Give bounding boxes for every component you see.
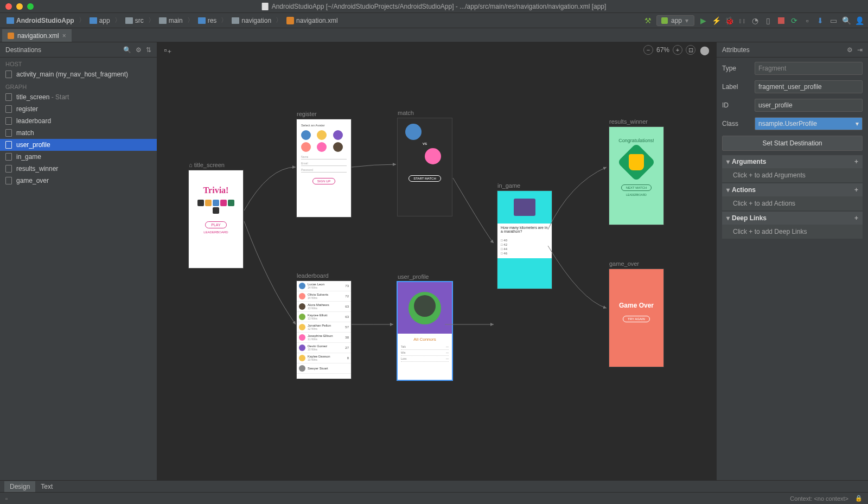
actions-header[interactable]: ▾Actions +	[722, 183, 863, 196]
collapse-icon[interactable]: ⇥	[857, 46, 863, 54]
destination-item-title_screen[interactable]: title_screen - Start	[0, 91, 157, 103]
signup-button: SIGN UP	[312, 178, 336, 184]
node-user-profile[interactable]: user_profile Ali Connors Talk— Win— Loss…	[398, 273, 452, 380]
sync-icon[interactable]: ⟳	[790, 16, 799, 25]
host-item[interactable]: activity_main (my_nav_host_fragment)	[0, 68, 157, 80]
add-action-icon[interactable]: +	[854, 186, 858, 194]
answer-option: □ 44	[501, 247, 548, 251]
search-icon[interactable]: 🔍	[123, 46, 131, 54]
stop-icon[interactable]	[777, 16, 786, 25]
lock-icon[interactable]: 🔒	[855, 495, 863, 502]
breadcrumb-res[interactable]: res	[196, 16, 219, 25]
apply-changes-icon[interactable]: ⚡	[712, 16, 720, 25]
label-input[interactable]	[755, 80, 863, 93]
profile-avatar-icon	[409, 292, 441, 324]
avatar-icon	[299, 344, 305, 351]
destination-icon	[5, 117, 12, 125]
gear-icon[interactable]: ⚙	[847, 46, 853, 54]
breadcrumb-src[interactable]: src	[123, 16, 146, 25]
deeplinks-header[interactable]: ▾Deep Links +	[722, 212, 863, 225]
node-game-over[interactable]: game_over Game Over TRY AGAIN	[609, 260, 663, 367]
start-match-button: START MATCH	[409, 175, 441, 182]
avatar-grid	[301, 130, 347, 152]
set-start-destination-button[interactable]: Set Start Destination	[722, 136, 863, 151]
search-icon[interactable]: 🔍	[842, 16, 851, 25]
tab-design[interactable]: Design	[4, 481, 35, 492]
xml-file-icon	[8, 33, 14, 39]
nav-graph-canvas[interactable]: ▫₊ − 67% + ⊡ ⬤ ⌂t	[157, 42, 716, 480]
node-leaderboard[interactable]: leaderboard Lucas Leon14 Wins73Olivia So…	[297, 272, 351, 379]
register-heading: Select an Avatar	[301, 124, 347, 127]
node-register[interactable]: register Select an Avatar Name Email Pas…	[297, 111, 351, 217]
class-dropdown[interactable]: nsample.UserProfile ▾	[755, 117, 863, 130]
sdk-manager-icon[interactable]: ⬇	[816, 16, 825, 25]
node-results-winner[interactable]: results_winner Congratulations! NEXT MAT…	[609, 118, 663, 225]
tv-icon	[514, 199, 535, 216]
res-folder-icon	[198, 17, 206, 24]
new-destination-icon[interactable]: ▫₊	[164, 45, 171, 55]
destination-item-leaderboard[interactable]: leaderboard	[0, 115, 157, 127]
maximize-window-icon[interactable]	[27, 3, 34, 10]
hammer-build-icon[interactable]: ⚒	[643, 16, 652, 25]
node-match[interactable]: match vs START MATCH	[398, 110, 452, 216]
avatar-icon	[299, 324, 305, 330]
folder-icon	[232, 17, 239, 24]
destination-label: game_over	[16, 177, 49, 184]
add-argument-icon[interactable]: +	[854, 158, 858, 165]
avatar-icon[interactable]: 👤	[855, 16, 864, 25]
zoom-out-icon[interactable]: −	[643, 45, 653, 55]
breadcrumb: AndroidStudioApp〉 app〉 src〉 main〉 res〉 n…	[4, 16, 340, 25]
status-left-icon[interactable]: ▫	[5, 495, 8, 502]
actions-hint: Click + to add Actions	[722, 196, 863, 210]
node-label: user_profile	[398, 273, 452, 280]
close-tab-icon[interactable]: ×	[62, 32, 66, 40]
sort-icon[interactable]: ⇅	[146, 46, 151, 54]
destination-item-register[interactable]: register	[0, 103, 157, 115]
destination-item-in_game[interactable]: in_game	[0, 151, 157, 163]
breadcrumb-file[interactable]: navigation.xml	[284, 16, 340, 25]
layout-inspector-icon[interactable]: ▭	[829, 16, 838, 25]
player-avatar-icon	[405, 124, 422, 140]
class-value: nsample.UserProfile	[758, 120, 817, 127]
node-title-screen[interactable]: ⌂title_screen Trivia! PLAY LEADERBOARD	[189, 162, 243, 268]
question-text: How many kilometers are in a marathon?	[497, 224, 552, 235]
breadcrumb-app[interactable]: app	[87, 16, 112, 25]
context-label[interactable]: Context: <no context>	[790, 495, 848, 502]
avatar-icon	[299, 303, 305, 310]
host-item-label: activity_main (my_nav_host_fragment)	[16, 71, 128, 78]
breadcrumb-navigation[interactable]: navigation	[229, 16, 273, 25]
close-window-icon[interactable]	[5, 3, 12, 10]
node-in-game[interactable]: in_game How many kilometers are in a mar…	[497, 182, 552, 289]
results-sub: LEADERBOARD	[612, 193, 660, 196]
deeplinks-hint: Click + to add Deep Links	[722, 225, 863, 239]
avd-manager-icon[interactable]: ▫	[803, 16, 812, 25]
destinations-panel: Destinations 🔍 ⚙ ⇅ HOST activity_main (m…	[0, 42, 157, 480]
selected-destination[interactable]: Ali Connors Talk— Win— Loss—	[398, 282, 452, 380]
device-icon[interactable]: ▯	[764, 16, 773, 25]
breadcrumb-root[interactable]: AndroidStudioApp	[4, 16, 76, 25]
chevron-down-icon: ▾	[685, 17, 688, 24]
breadcrumb-main[interactable]: main	[157, 16, 185, 25]
destination-item-match[interactable]: match	[0, 127, 157, 139]
tab-text[interactable]: Text	[35, 481, 58, 492]
warnings-icon[interactable]: ⬤	[700, 45, 710, 55]
destination-item-results_winner[interactable]: results_winner	[0, 163, 157, 175]
run-config-dropdown[interactable]: app ▾	[656, 15, 694, 26]
debug-icon[interactable]: 🐞	[725, 16, 733, 25]
leaderboard-row: Lucas Leon14 Wins73	[297, 281, 351, 291]
destination-label: user_profile	[16, 141, 50, 149]
add-deeplink-icon[interactable]: +	[854, 214, 858, 222]
destination-item-user_profile[interactable]: user_profile	[0, 139, 157, 151]
zoom-in-icon[interactable]: +	[673, 45, 682, 55]
run-play-icon[interactable]: ▶	[699, 16, 707, 25]
profiler-icon[interactable]: ⫾⫾	[738, 16, 746, 25]
zoom-fit-icon[interactable]: ⊡	[686, 45, 695, 55]
destination-item-game_over[interactable]: game_over	[0, 175, 157, 187]
leaderboard-row: Olivia Solverts14 Wins72	[297, 291, 351, 302]
file-tab-navigation[interactable]: navigation.xml ×	[2, 29, 72, 42]
gear-icon[interactable]: ⚙	[136, 46, 142, 54]
minimize-window-icon[interactable]	[16, 3, 23, 10]
id-input[interactable]	[755, 99, 863, 112]
attach-debugger-icon[interactable]: ◔	[751, 16, 760, 25]
arguments-header[interactable]: ▾Arguments +	[722, 155, 863, 168]
